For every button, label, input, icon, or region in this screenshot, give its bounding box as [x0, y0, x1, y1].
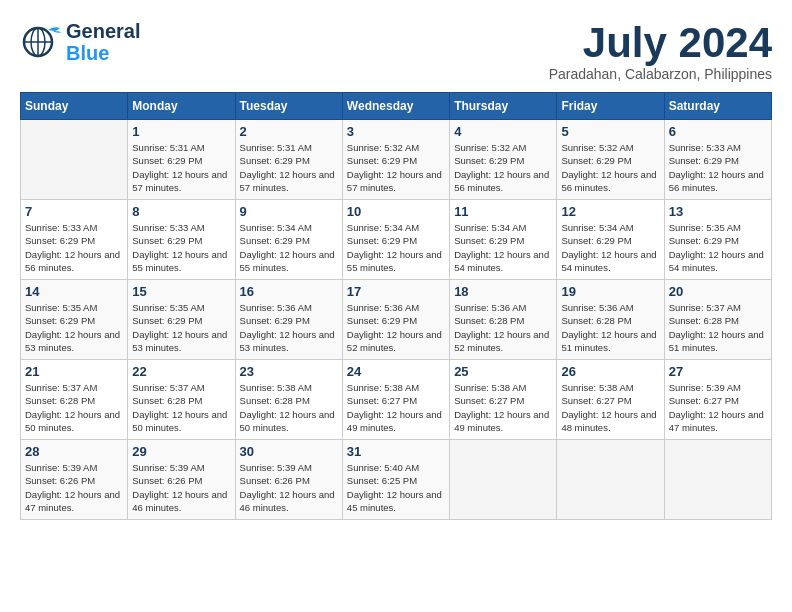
logo-general: General	[66, 20, 140, 42]
day-number: 28	[25, 444, 123, 459]
day-info: Sunrise: 5:39 AM Sunset: 6:26 PM Dayligh…	[240, 461, 338, 514]
day-number: 27	[669, 364, 767, 379]
calendar-cell: 11Sunrise: 5:34 AM Sunset: 6:29 PM Dayli…	[450, 200, 557, 280]
day-number: 17	[347, 284, 445, 299]
day-info: Sunrise: 5:34 AM Sunset: 6:29 PM Dayligh…	[347, 221, 445, 274]
weekday-header-wednesday: Wednesday	[342, 93, 449, 120]
calendar-week-3: 14Sunrise: 5:35 AM Sunset: 6:29 PM Dayli…	[21, 280, 772, 360]
calendar-cell: 10Sunrise: 5:34 AM Sunset: 6:29 PM Dayli…	[342, 200, 449, 280]
day-number: 18	[454, 284, 552, 299]
day-info: Sunrise: 5:33 AM Sunset: 6:29 PM Dayligh…	[25, 221, 123, 274]
month-title: July 2024	[549, 20, 772, 66]
calendar-cell: 5Sunrise: 5:32 AM Sunset: 6:29 PM Daylig…	[557, 120, 664, 200]
day-info: Sunrise: 5:33 AM Sunset: 6:29 PM Dayligh…	[669, 141, 767, 194]
day-number: 14	[25, 284, 123, 299]
day-number: 20	[669, 284, 767, 299]
calendar-week-1: 1Sunrise: 5:31 AM Sunset: 6:29 PM Daylig…	[21, 120, 772, 200]
day-number: 13	[669, 204, 767, 219]
day-info: Sunrise: 5:37 AM Sunset: 6:28 PM Dayligh…	[132, 381, 230, 434]
calendar-cell: 26Sunrise: 5:38 AM Sunset: 6:27 PM Dayli…	[557, 360, 664, 440]
day-number: 10	[347, 204, 445, 219]
calendar-cell: 13Sunrise: 5:35 AM Sunset: 6:29 PM Dayli…	[664, 200, 771, 280]
calendar-cell: 25Sunrise: 5:38 AM Sunset: 6:27 PM Dayli…	[450, 360, 557, 440]
calendar-cell: 21Sunrise: 5:37 AM Sunset: 6:28 PM Dayli…	[21, 360, 128, 440]
calendar-cell: 31Sunrise: 5:40 AM Sunset: 6:25 PM Dayli…	[342, 440, 449, 520]
calendar-week-5: 28Sunrise: 5:39 AM Sunset: 6:26 PM Dayli…	[21, 440, 772, 520]
logo-blue: Blue	[66, 42, 140, 64]
day-info: Sunrise: 5:38 AM Sunset: 6:27 PM Dayligh…	[561, 381, 659, 434]
day-info: Sunrise: 5:36 AM Sunset: 6:29 PM Dayligh…	[347, 301, 445, 354]
day-number: 9	[240, 204, 338, 219]
calendar-cell: 27Sunrise: 5:39 AM Sunset: 6:27 PM Dayli…	[664, 360, 771, 440]
weekday-header-monday: Monday	[128, 93, 235, 120]
weekday-header-sunday: Sunday	[21, 93, 128, 120]
calendar-cell: 14Sunrise: 5:35 AM Sunset: 6:29 PM Dayli…	[21, 280, 128, 360]
day-number: 19	[561, 284, 659, 299]
weekday-header-friday: Friday	[557, 93, 664, 120]
day-info: Sunrise: 5:32 AM Sunset: 6:29 PM Dayligh…	[561, 141, 659, 194]
day-number: 25	[454, 364, 552, 379]
day-info: Sunrise: 5:38 AM Sunset: 6:27 PM Dayligh…	[454, 381, 552, 434]
weekday-header-thursday: Thursday	[450, 93, 557, 120]
day-number: 11	[454, 204, 552, 219]
calendar-cell: 20Sunrise: 5:37 AM Sunset: 6:28 PM Dayli…	[664, 280, 771, 360]
day-info: Sunrise: 5:34 AM Sunset: 6:29 PM Dayligh…	[240, 221, 338, 274]
calendar-cell: 8Sunrise: 5:33 AM Sunset: 6:29 PM Daylig…	[128, 200, 235, 280]
calendar-cell: 22Sunrise: 5:37 AM Sunset: 6:28 PM Dayli…	[128, 360, 235, 440]
calendar-cell: 4Sunrise: 5:32 AM Sunset: 6:29 PM Daylig…	[450, 120, 557, 200]
calendar-cell: 16Sunrise: 5:36 AM Sunset: 6:29 PM Dayli…	[235, 280, 342, 360]
day-info: Sunrise: 5:35 AM Sunset: 6:29 PM Dayligh…	[132, 301, 230, 354]
title-block: July 2024 Paradahan, Calabarzon, Philipp…	[549, 20, 772, 82]
day-info: Sunrise: 5:40 AM Sunset: 6:25 PM Dayligh…	[347, 461, 445, 514]
day-info: Sunrise: 5:39 AM Sunset: 6:27 PM Dayligh…	[669, 381, 767, 434]
day-info: Sunrise: 5:34 AM Sunset: 6:29 PM Dayligh…	[454, 221, 552, 274]
calendar-cell: 3Sunrise: 5:32 AM Sunset: 6:29 PM Daylig…	[342, 120, 449, 200]
calendar-cell: 23Sunrise: 5:38 AM Sunset: 6:28 PM Dayli…	[235, 360, 342, 440]
day-info: Sunrise: 5:37 AM Sunset: 6:28 PM Dayligh…	[25, 381, 123, 434]
day-number: 6	[669, 124, 767, 139]
day-number: 16	[240, 284, 338, 299]
calendar-table: SundayMondayTuesdayWednesdayThursdayFrid…	[20, 92, 772, 520]
weekday-header-tuesday: Tuesday	[235, 93, 342, 120]
day-number: 8	[132, 204, 230, 219]
calendar-week-4: 21Sunrise: 5:37 AM Sunset: 6:28 PM Dayli…	[21, 360, 772, 440]
day-number: 24	[347, 364, 445, 379]
weekday-header-saturday: Saturday	[664, 93, 771, 120]
calendar-cell: 24Sunrise: 5:38 AM Sunset: 6:27 PM Dayli…	[342, 360, 449, 440]
calendar-cell: 18Sunrise: 5:36 AM Sunset: 6:28 PM Dayli…	[450, 280, 557, 360]
day-number: 31	[347, 444, 445, 459]
day-info: Sunrise: 5:32 AM Sunset: 6:29 PM Dayligh…	[347, 141, 445, 194]
day-number: 22	[132, 364, 230, 379]
calendar-cell	[557, 440, 664, 520]
calendar-cell	[450, 440, 557, 520]
day-number: 26	[561, 364, 659, 379]
day-info: Sunrise: 5:32 AM Sunset: 6:29 PM Dayligh…	[454, 141, 552, 194]
weekday-header-row: SundayMondayTuesdayWednesdayThursdayFrid…	[21, 93, 772, 120]
day-info: Sunrise: 5:35 AM Sunset: 6:29 PM Dayligh…	[25, 301, 123, 354]
day-info: Sunrise: 5:31 AM Sunset: 6:29 PM Dayligh…	[132, 141, 230, 194]
calendar-cell: 7Sunrise: 5:33 AM Sunset: 6:29 PM Daylig…	[21, 200, 128, 280]
day-info: Sunrise: 5:31 AM Sunset: 6:29 PM Dayligh…	[240, 141, 338, 194]
day-info: Sunrise: 5:38 AM Sunset: 6:27 PM Dayligh…	[347, 381, 445, 434]
calendar-cell: 15Sunrise: 5:35 AM Sunset: 6:29 PM Dayli…	[128, 280, 235, 360]
calendar-cell: 29Sunrise: 5:39 AM Sunset: 6:26 PM Dayli…	[128, 440, 235, 520]
calendar-cell: 30Sunrise: 5:39 AM Sunset: 6:26 PM Dayli…	[235, 440, 342, 520]
day-number: 1	[132, 124, 230, 139]
calendar-cell: 17Sunrise: 5:36 AM Sunset: 6:29 PM Dayli…	[342, 280, 449, 360]
day-number: 12	[561, 204, 659, 219]
calendar-cell: 28Sunrise: 5:39 AM Sunset: 6:26 PM Dayli…	[21, 440, 128, 520]
day-number: 30	[240, 444, 338, 459]
logo: General Blue	[20, 20, 140, 64]
day-info: Sunrise: 5:39 AM Sunset: 6:26 PM Dayligh…	[132, 461, 230, 514]
calendar-cell	[21, 120, 128, 200]
calendar-cell: 19Sunrise: 5:36 AM Sunset: 6:28 PM Dayli…	[557, 280, 664, 360]
day-info: Sunrise: 5:36 AM Sunset: 6:29 PM Dayligh…	[240, 301, 338, 354]
calendar-cell: 9Sunrise: 5:34 AM Sunset: 6:29 PM Daylig…	[235, 200, 342, 280]
day-number: 29	[132, 444, 230, 459]
calendar-cell: 2Sunrise: 5:31 AM Sunset: 6:29 PM Daylig…	[235, 120, 342, 200]
day-info: Sunrise: 5:37 AM Sunset: 6:28 PM Dayligh…	[669, 301, 767, 354]
day-info: Sunrise: 5:38 AM Sunset: 6:28 PM Dayligh…	[240, 381, 338, 434]
day-number: 21	[25, 364, 123, 379]
calendar-cell: 1Sunrise: 5:31 AM Sunset: 6:29 PM Daylig…	[128, 120, 235, 200]
day-number: 3	[347, 124, 445, 139]
